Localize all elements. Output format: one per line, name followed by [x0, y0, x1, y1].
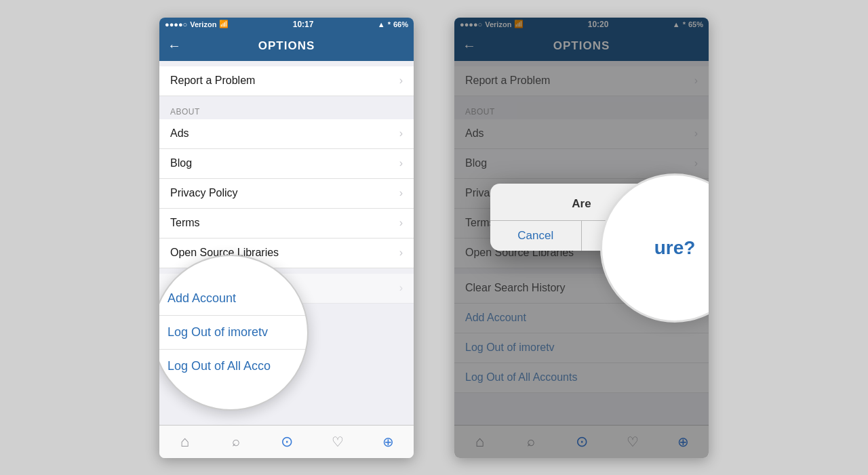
tab-home-left[interactable]: ⌂ — [172, 428, 199, 455]
wifi-icon: 📶 — [219, 20, 229, 28]
tab-heart-left[interactable]: ♡ — [324, 428, 351, 455]
menu-item-ads[interactable]: Ads › — [159, 119, 414, 149]
back-button-left[interactable]: ← — [167, 38, 181, 54]
terms-label: Terms — [170, 217, 200, 229]
camera-icon-left: ⊙ — [281, 433, 293, 451]
search-icon-left: ⌕ — [232, 434, 240, 449]
chevron-ads: › — [399, 127, 403, 140]
dialog-title: Are — [572, 197, 591, 210]
heart-icon-left: ♡ — [332, 434, 344, 450]
status-left: ●●●●○ Verizon 📶 — [165, 20, 229, 28]
spacer-top — [159, 61, 414, 66]
battery-left: 66% — [393, 20, 408, 28]
status-bar-left: ●●●●○ Verizon 📶 10:17 ▲ * 66% — [159, 18, 414, 31]
signal-dots: ●●●●○ — [165, 20, 187, 28]
left-phone: ●●●●○ Verizon 📶 10:17 ▲ * 66% ← OPTIONS … — [159, 18, 414, 458]
report-label: Report a Problem — [170, 75, 255, 87]
menu-item-terms[interactable]: Terms › — [159, 209, 414, 239]
menu-item-privacy[interactable]: Privacy Policy › — [159, 179, 414, 209]
chevron-blog: › — [399, 157, 403, 169]
menu-item-blog[interactable]: Blog › — [159, 149, 414, 179]
nav-bar-left: ← OPTIONS — [159, 31, 414, 61]
menu-item-report[interactable]: Report a Problem › — [159, 66, 414, 96]
arrow-icon: ▲ — [378, 20, 385, 28]
zoom-text: ure? — [654, 237, 696, 259]
tab-bar-left: ⌂ ⌕ ⊙ ♡ ⊕ — [159, 425, 414, 458]
home-icon-left: ⌂ — [180, 433, 189, 451]
bt-icon: * — [388, 20, 391, 28]
chevron-clear: › — [399, 282, 403, 294]
status-right: ▲ * 66% — [378, 20, 408, 28]
nav-title-left: OPTIONS — [258, 39, 315, 53]
carrier-left: Verizon — [190, 20, 216, 28]
chevron-privacy: › — [399, 187, 403, 199]
time-left: 10:17 — [293, 20, 314, 29]
privacy-label: Privacy Policy — [170, 187, 238, 199]
chevron-oss: › — [399, 247, 403, 259]
ads-label: Ads — [170, 127, 189, 140]
spacer-about — [159, 96, 414, 102]
dialog-cancel-button[interactable]: Cancel — [490, 221, 582, 251]
profile-icon-left: ⊕ — [382, 434, 394, 450]
tab-camera-left[interactable]: ⊙ — [273, 428, 300, 455]
tab-profile-left[interactable]: ⊕ — [375, 428, 402, 455]
chevron-terms: › — [399, 217, 403, 229]
chevron-report: › — [399, 75, 403, 87]
tab-search-left[interactable]: ⌕ — [222, 428, 250, 455]
magnify-circle: Add Account Log Out of imoretv Log Out o… — [159, 255, 309, 411]
section-about: ABOUT — [159, 102, 414, 119]
right-phone: ●●●●○ Verizon 📶 10:20 ▲ * 65% ← OPTIONS … — [454, 18, 709, 458]
magnify-logout-all: Log Out of All Acco — [159, 350, 307, 383]
magnify-logout-imoretv: Log Out of imoretv — [159, 316, 307, 350]
blog-label: Blog — [170, 157, 192, 169]
magnify-add-account: Add Account — [159, 282, 307, 316]
